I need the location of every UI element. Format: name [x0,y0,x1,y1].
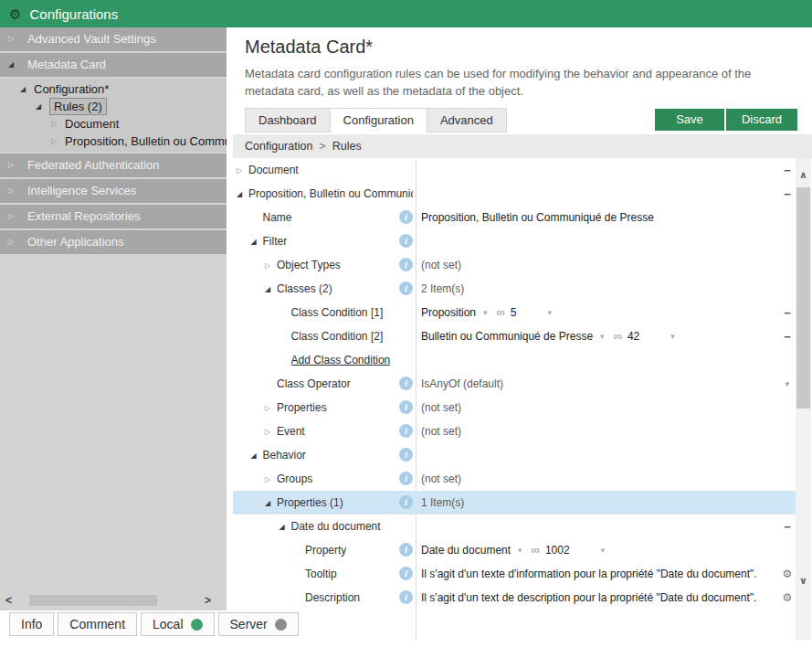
grid-row: TooltipiIl s'agit d'un texte d'informati… [233,562,812,586]
collapse-icon[interactable]: ◢ [8,53,14,77]
collapse-icon[interactable]: ◢ [20,80,26,98]
grid-row: Class OperatoriIsAnyOf (default)▾ [233,372,812,396]
info-icon[interactable]: i [399,590,413,604]
scroll-right-icon[interactable]: > [205,592,211,609]
save-button[interactable]: Save [655,109,724,131]
info-icon[interactable]: i [399,424,413,438]
expand-icon[interactable]: ▷ [265,467,270,491]
info-icon[interactable]: i [399,543,413,557]
scrollbar-thumb[interactable] [29,595,157,606]
expand-icon[interactable]: ▷ [8,179,14,203]
row-value: (not set) [421,467,461,491]
settings-gear-icon[interactable]: ⚙ [783,568,793,580]
row-label: Behavior [263,443,306,467]
tab-configuration[interactable]: Configuration [330,108,427,133]
info-icon[interactable]: i [399,448,413,462]
grid-row: Class Condition [1]Proposition▾∞5▾− [233,301,812,324]
grid-row: ▷Eventi(not set) [233,419,812,443]
sidebar-item-proposition-bulletin-ou-communi[interactable]: ▷Proposition, Bulletin ou Communi [0,133,227,150]
expand-icon[interactable]: ▷ [8,154,14,177]
sidebar-item-document[interactable]: ▷Document [0,115,227,133]
expand-icon[interactable]: ▷ [237,158,242,182]
sidebar-item-intelligence-services[interactable]: ▷Intelligence Services [0,179,227,203]
expand-icon[interactable]: ▷ [8,230,14,254]
chevron-down-icon[interactable]: ▾ [518,538,522,562]
sidebar-item-external-repositories[interactable]: ▷External Repositories [0,205,227,228]
expand-icon[interactable]: ▷ [265,253,270,277]
collapse-icon[interactable]: ◢ [279,515,285,538]
row-label: Class Condition [1] [291,301,384,324]
info-icon[interactable]: i [399,377,413,390]
sidebar-item-configuration-[interactable]: ◢Configuration* [0,80,227,98]
remove-row-icon[interactable]: − [784,164,791,177]
info-icon[interactable]: i [399,495,413,509]
collapse-icon[interactable]: ◢ [265,277,270,301]
grid-row: ▷Groupsi(not set) [233,467,812,491]
info-icon[interactable]: i [399,234,413,248]
condition-id[interactable]: 5 [511,301,517,324]
info-icon[interactable]: i [399,258,413,271]
remove-row-icon[interactable]: − [784,306,791,320]
chevron-down-icon[interactable]: ▾ [670,324,675,348]
collapse-icon[interactable]: ◢ [251,229,257,253]
expand-icon[interactable]: ▷ [265,419,270,443]
row-label: Properties [277,396,327,419]
condition-id[interactable]: 42 [627,324,639,348]
row-value: 2 Item(s) [421,277,464,301]
chevron-down-icon[interactable]: ▾ [483,301,488,324]
condition-value[interactable]: Proposition▾∞5▾ [421,301,552,324]
sidebar-item-advanced-vault-settings[interactable]: ▷Advanced Vault Settings [0,27,227,51]
collapse-icon[interactable]: ◢ [251,443,257,467]
minus-area: − [779,515,796,538]
condition-id[interactable]: 1002 [545,538,570,562]
footer-tab-comment[interactable]: Comment [58,612,137,636]
remove-row-icon[interactable]: − [784,520,791,534]
breadcrumb-item-rules[interactable]: Rules [332,140,362,153]
scroll-down-icon[interactable]: ∨ [796,571,811,589]
condition-name[interactable]: Bulletin ou Communiqué de Presse [421,324,593,348]
scroll-up-icon[interactable]: ∧ [796,165,811,184]
chevron-down-icon[interactable]: ▾ [786,379,790,388]
tab-advanced[interactable]: Advanced [427,108,507,133]
chevron-down-icon[interactable]: ▾ [548,301,553,324]
condition-value[interactable]: Bulletin ou Communiqué de Presse▾∞42▾ [421,324,675,348]
collapse-icon[interactable]: ◢ [237,182,242,206]
settings-gear-icon[interactable]: ⚙ [783,591,793,604]
expand-icon[interactable]: ▷ [265,396,270,419]
expand-icon[interactable]: ▷ [51,115,57,133]
discard-button[interactable]: Discard [726,109,797,131]
vertical-scrollbar[interactable]: ∧ ∨ [796,158,811,640]
selected-tree-item: Rules (2) [49,98,107,115]
chevron-down-icon[interactable]: ▾ [601,538,606,562]
sidebar-item-federated-authentication[interactable]: ▷Federated Authentication [0,154,227,177]
info-icon[interactable]: i [399,400,413,414]
collapse-icon[interactable]: ◢ [265,491,270,515]
sidebar-item-other-applications[interactable]: ▷Other Applications [0,230,227,254]
scroll-left-icon[interactable]: < [5,592,12,609]
sidebar-item-metadata-card[interactable]: ◢Metadata Card [0,53,227,77]
info-icon[interactable]: i [399,567,413,580]
info-icon[interactable]: i [399,210,413,224]
info-icon[interactable]: i [399,281,413,295]
sidebar-item-rules-2-[interactable]: ◢Rules (2) [0,98,227,115]
add-class-condition-link[interactable]: Add Class Condition [291,348,391,372]
expand-icon[interactable]: ▷ [8,205,14,228]
info-icon[interactable]: i [399,472,413,485]
remove-row-icon[interactable]: − [784,330,791,344]
condition-name[interactable]: Proposition [421,301,476,324]
chevron-down-icon[interactable]: ▾ [600,324,605,348]
footer-tab-server[interactable]: Server [218,612,299,636]
scrollbar-thumb[interactable] [796,187,810,409]
expand-icon[interactable]: ▷ [8,27,14,51]
sidebar-horizontal-scrollbar[interactable]: < > [0,592,227,609]
condition-name[interactable]: Date du document [421,538,511,562]
collapse-icon[interactable]: ◢ [36,98,41,115]
remove-row-icon[interactable]: − [784,187,791,201]
tab-dashboard[interactable]: Dashboard [245,108,330,133]
expand-icon[interactable]: ▷ [51,133,57,150]
breadcrumb-item-configuration[interactable]: Configuration [245,140,312,153]
footer-tab-local[interactable]: Local [141,612,214,636]
row-label: Document [248,158,299,182]
footer-tab-info[interactable]: Info [9,612,54,636]
condition-value[interactable]: Date du document▾∞1002▾ [421,538,605,562]
